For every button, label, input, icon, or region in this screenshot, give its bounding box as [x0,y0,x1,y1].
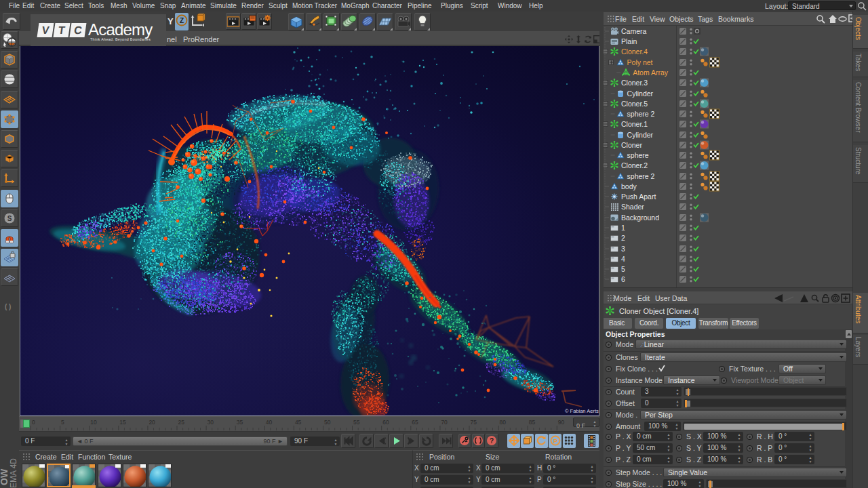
svg-text:40: 40 [266,419,273,426]
svg-text:80: 80 [500,419,507,426]
svg-text:10: 10 [90,419,97,426]
svg-text:45: 45 [295,419,302,426]
svg-text:35: 35 [237,419,243,426]
svg-text:S: S [7,215,12,222]
svg-text:© Fabian Aerts: © Fabian Aerts [565,408,599,414]
svg-text:20: 20 [149,419,155,426]
svg-text:85: 85 [529,419,536,426]
svg-text:50: 50 [324,419,331,426]
svg-text:60: 60 [382,419,389,426]
svg-text:55: 55 [353,419,360,426]
svg-text:75: 75 [471,419,477,426]
svg-text:30: 30 [208,419,214,426]
svg-text:90: 90 [558,419,565,426]
svg-text:?: ? [490,437,494,445]
svg-text:15: 15 [119,419,126,426]
svg-text:Z: Z [180,17,184,24]
svg-text:5: 5 [61,419,64,426]
svg-text:70: 70 [441,419,448,426]
svg-text:0: 0 [32,419,35,426]
svg-text:P: P [553,438,557,445]
svg-text:65: 65 [412,419,418,426]
svg-text:25: 25 [178,419,185,426]
